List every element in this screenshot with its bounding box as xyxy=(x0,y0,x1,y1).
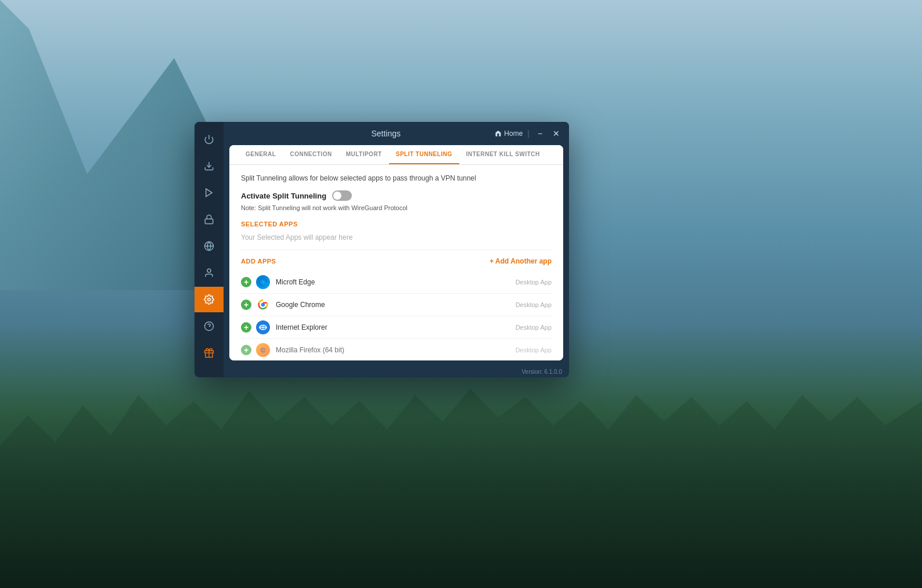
app-window: Settings Home | − ✕ GENERAL xyxy=(195,122,569,377)
svg-point-7 xyxy=(208,298,211,301)
tab-kill-switch[interactable]: INTERNET KILL SWITCH xyxy=(459,145,547,164)
settings-panel: GENERAL CONNECTION MULTIPORT SPLIT TUNNE… xyxy=(229,145,563,360)
add-ie-icon: + xyxy=(241,322,251,333)
chrome-app-name: Google Chrome xyxy=(276,301,516,309)
sidebar-item-user[interactable] xyxy=(195,260,224,286)
sidebar-item-settings[interactable] xyxy=(195,287,224,312)
activate-row: Activate Split Tunneling xyxy=(241,190,552,201)
edge-app-type: Desktop App xyxy=(516,279,552,286)
tab-split-tunneling[interactable]: SPLIT TUNNELING xyxy=(389,145,459,164)
sidebar-item-lock[interactable] xyxy=(195,207,224,232)
sidebar xyxy=(195,122,224,377)
chrome-app-type: Desktop App xyxy=(516,301,552,308)
sidebar-item-ip[interactable] xyxy=(195,233,224,259)
content-area: Split Tunneling allows for below selecte… xyxy=(229,165,563,360)
add-edge-icon: + xyxy=(241,277,251,287)
edge-app-icon xyxy=(256,275,270,289)
add-apps-row: ADD APPS + Add Another app xyxy=(241,257,552,265)
title-bar: Settings Home | − ✕ xyxy=(224,122,569,145)
selected-apps-placeholder: Your Selected Apps will appear here xyxy=(241,231,552,250)
home-button[interactable]: Home xyxy=(495,129,523,138)
selected-apps-header: SELECTED APPS xyxy=(241,221,552,228)
app-item-ie[interactable]: + Internet Explorer Desktop App xyxy=(241,316,552,339)
sidebar-item-help[interactable] xyxy=(195,313,224,339)
sidebar-item-download[interactable] xyxy=(195,153,224,179)
close-button[interactable]: ✕ xyxy=(550,128,562,139)
title-separator: | xyxy=(527,129,530,138)
app-item-chrome[interactable]: + Google Chrome Desktop App xyxy=(241,294,552,316)
firefox-app-icon xyxy=(256,343,270,357)
app-item-firefox[interactable]: + Mozilla Firefox (64 bit) Desktop App xyxy=(241,339,552,360)
add-chrome-icon: + xyxy=(241,300,251,310)
main-content: Settings Home | − ✕ GENERAL xyxy=(224,122,569,377)
sidebar-item-play[interactable] xyxy=(195,180,224,205)
home-label: Home xyxy=(504,129,523,138)
sidebar-item-power[interactable] xyxy=(195,127,224,152)
settings-tabs: GENERAL CONNECTION MULTIPORT SPLIT TUNNE… xyxy=(229,145,563,165)
split-tunneling-toggle[interactable] xyxy=(332,190,352,201)
firefox-app-name: Mozilla Firefox (64 bit) xyxy=(276,346,516,354)
ie-app-type: Desktop App xyxy=(516,324,552,331)
add-apps-header: ADD APPS xyxy=(241,258,276,265)
add-firefox-icon: + xyxy=(241,345,251,355)
add-another-button[interactable]: + Add Another app xyxy=(489,257,552,265)
split-tunneling-description: Split Tunneling allows for below selecte… xyxy=(241,174,552,182)
wireguard-note: Note: Split Tunneling will not work with… xyxy=(241,204,552,211)
tab-connection[interactable]: CONNECTION xyxy=(283,145,338,164)
chrome-app-icon xyxy=(256,298,270,312)
activate-label: Activate Split Tunneling xyxy=(241,192,326,200)
ie-app-icon xyxy=(256,320,270,334)
version-text: Version: 6.1.0.0 xyxy=(522,369,563,375)
minimize-button[interactable]: − xyxy=(534,128,546,139)
trees-bottom xyxy=(0,385,922,588)
tab-general[interactable]: GENERAL xyxy=(239,145,283,164)
toggle-knob xyxy=(333,192,341,200)
title-bar-controls: Home | − ✕ xyxy=(495,128,562,139)
svg-point-6 xyxy=(207,269,211,272)
edge-app-name: Microft Edge xyxy=(276,278,516,286)
window-title: Settings xyxy=(277,129,495,138)
sidebar-item-gift[interactable] xyxy=(195,340,224,366)
app-item-edge[interactable]: + Microft Edge Desktop App xyxy=(241,271,552,294)
svg-rect-3 xyxy=(205,219,213,223)
svg-marker-2 xyxy=(206,189,213,197)
tab-multiport[interactable]: MULTIPORT xyxy=(339,145,389,164)
version-bar: Version: 6.1.0.0 xyxy=(224,366,569,377)
ie-app-name: Internet Explorer xyxy=(276,323,516,331)
firefox-app-type: Desktop App xyxy=(516,347,552,353)
